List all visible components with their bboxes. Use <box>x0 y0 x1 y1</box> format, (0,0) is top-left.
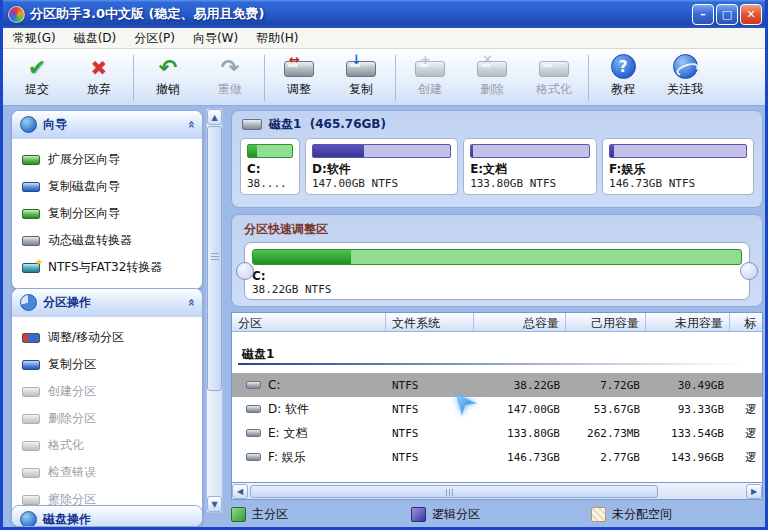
table-header: 分区 文件系统 总容量 己用容量 未用容量 标 <box>232 313 762 332</box>
col-used[interactable]: 己用容量 <box>566 313 646 331</box>
partition-usage-bar <box>609 144 747 158</box>
sidebar-item-label: NTFS与FAT32转换器 <box>48 259 162 276</box>
wizards-panel-header[interactable]: 向导 » <box>12 111 202 139</box>
discard-x-icon: ✖ <box>91 57 108 79</box>
minimize-button[interactable]: – <box>692 4 714 25</box>
sidebar-item-dynamic-disk-converter[interactable]: 动态磁盘转换器 <box>22 227 198 254</box>
menu-help[interactable]: 帮助(H) <box>247 28 307 49</box>
sidebar-item-label: 检查错误 <box>48 464 96 481</box>
copy-disk-icon: ↓ <box>346 61 376 77</box>
col-free[interactable]: 未用容量 <box>646 313 730 331</box>
toolbar-label: 撤销 <box>156 81 180 98</box>
sidebar-item-resize-move-partition[interactable]: 调整/移动分区 <box>22 324 198 351</box>
quick-adjust-panel: 分区快速调整区 C: 38.22GB NTFS <box>231 214 763 307</box>
partition-block-c[interactable]: C: 38.... <box>240 138 300 195</box>
follow-button[interactable]: 关注我 <box>654 53 716 101</box>
sidebar-item-label: 动态磁盘转换器 <box>48 232 132 249</box>
wizard-globe-icon <box>20 116 37 133</box>
col-total[interactable]: 总容量 <box>474 313 566 331</box>
sidebar-item-extend-partition-wizard[interactable]: 扩展分区向导 <box>22 146 198 173</box>
panel-title: 分区操作 <box>43 294 186 311</box>
toolbar-label: 提交 <box>25 81 49 98</box>
close-button[interactable]: ✕ <box>740 4 762 25</box>
create-button: + 创建 <box>399 53 461 101</box>
commit-check-icon: ✔ <box>28 57 46 79</box>
toolbar-separator <box>264 55 265 101</box>
disk-icon <box>22 387 40 397</box>
tutorial-button[interactable]: ? 教程 <box>592 53 654 101</box>
table-horizontal-scrollbar[interactable]: ◀ ▶ <box>231 483 763 500</box>
toolbar-separator <box>588 55 589 101</box>
copy-button[interactable]: ↓ 复制 <box>330 53 392 101</box>
sidebar-item-label: 复制磁盘向导 <box>48 178 120 195</box>
menu-general[interactable]: 常规(G) <box>4 28 65 49</box>
partition-table: 分区 文件系统 总容量 己用容量 未用容量 标 磁盘1 C: NTFS 38.2… <box>231 312 763 483</box>
chevron-up-icon[interactable]: » <box>182 298 197 306</box>
partition-block-d[interactable]: D:软件 147.00GB NTFS <box>305 138 458 195</box>
partition-info: 146.73GB NTFS <box>609 177 747 190</box>
col-partition[interactable]: 分区 <box>232 313 386 331</box>
disk-title: 磁盘1 (465.76GB) <box>269 116 386 133</box>
table-row-d[interactable]: D: 软件 NTFS 147.00GB 53.67GB 93.33GB 逻 <box>232 397 762 421</box>
disk-icon <box>22 441 40 451</box>
partition-block-e[interactable]: E:文档 133.80GB NTFS <box>463 138 597 195</box>
scroll-down-icon[interactable]: ▼ <box>207 496 222 512</box>
sidebar-item-label: 格式化 <box>48 437 84 454</box>
resize-handle-right[interactable] <box>740 262 758 280</box>
sidebar-item-ntfs-fat32-converter[interactable]: NTFS与FAT32转换器 <box>22 254 198 281</box>
menu-wizard[interactable]: 向导(W) <box>184 28 247 49</box>
partition-block-f[interactable]: F:娱乐 146.73GB NTFS <box>602 138 754 195</box>
partition-ops-panel: 分区操作 » 调整/移动分区 复制分区 创建分区 删除分区 格式化 <box>11 288 203 522</box>
panel-title: 磁盘操作 <box>43 511 194 527</box>
table-row-c[interactable]: C: NTFS 38.22GB 7.72GB 30.49GB <box>232 373 762 397</box>
legend-label: 未分配空间 <box>612 506 672 523</box>
discard-button[interactable]: ✖ 放弃 <box>68 53 130 101</box>
partition-usage-bar <box>312 144 451 158</box>
delete-button: ✕ 删除 <box>461 53 523 101</box>
window-title: 分区助手3.0中文版 (稳定、易用且免费) <box>30 5 692 23</box>
col-filesystem[interactable]: 文件系统 <box>386 313 474 331</box>
partition-name: D:软件 <box>312 162 451 177</box>
disk-icon <box>22 495 40 505</box>
undo-button[interactable]: ↶ 撤销 <box>137 53 199 101</box>
table-row-f[interactable]: F: 娱乐 NTFS 146.73GB 2.77GB 143.96GB 逻 <box>232 445 762 469</box>
quick-adjust-title: 分区快速调整区 <box>232 215 762 242</box>
primary-partition-swatch-icon <box>231 507 246 522</box>
maximize-button[interactable]: □ <box>716 4 738 25</box>
sidebar-item-format: 格式化 <box>22 432 198 459</box>
resize-handle-left[interactable] <box>236 262 254 280</box>
toolbar-separator <box>395 55 396 101</box>
chevron-up-icon[interactable]: » <box>182 120 197 128</box>
col-flag[interactable]: 标 <box>730 313 762 331</box>
format-button: 格式化 <box>523 53 585 101</box>
sidebar-item-label: 复制分区向导 <box>48 205 120 222</box>
sidebar-scrollbar[interactable]: ▲ ▼ <box>206 108 223 513</box>
table-row-e[interactable]: E: 文档 NTFS 133.80GB 262.73MB 133.54GB 逻 <box>232 421 762 445</box>
disk-ops-panel-header[interactable]: 磁盘操作 <box>12 506 202 527</box>
scroll-right-icon[interactable]: ▶ <box>746 484 762 499</box>
quick-adjust-partition-name: C: <box>252 269 742 283</box>
disk-icon <box>22 468 40 478</box>
resize-button[interactable]: ↔ 调整 <box>268 53 330 101</box>
partition-name: F:娱乐 <box>609 162 747 177</box>
commit-button[interactable]: ✔ 提交 <box>6 53 68 101</box>
sidebar-item-create-partition: 创建分区 <box>22 378 198 405</box>
sidebar-item-copy-disk-wizard[interactable]: 复制磁盘向导 <box>22 173 198 200</box>
scrollbar-thumb[interactable] <box>207 126 222 391</box>
disk-ops-panel: 磁盘操作 <box>11 505 203 527</box>
panel-title: 向导 <box>43 116 186 133</box>
disk-ops-icon <box>20 511 37 527</box>
scroll-left-icon[interactable]: ◀ <box>232 484 248 499</box>
sidebar-item-copy-partition-wizard[interactable]: 复制分区向导 <box>22 200 198 227</box>
disk-star-icon <box>22 263 40 273</box>
scrollbar-thumb[interactable] <box>250 485 658 498</box>
quick-adjust-usage-bar[interactable] <box>252 249 742 265</box>
sidebar-item-copy-partition[interactable]: 复制分区 <box>22 351 198 378</box>
title-bar: 分区助手3.0中文版 (稳定、易用且免费) – □ ✕ <box>0 0 768 28</box>
disk-group-row: 磁盘1 <box>232 332 612 365</box>
menu-disk[interactable]: 磁盘(D) <box>65 28 126 49</box>
scroll-up-icon[interactable]: ▲ <box>207 109 222 125</box>
partition-ops-panel-header[interactable]: 分区操作 » <box>12 289 202 317</box>
quick-adjust-partition-info: 38.22GB NTFS <box>252 283 742 296</box>
menu-partition[interactable]: 分区(P) <box>125 28 184 49</box>
